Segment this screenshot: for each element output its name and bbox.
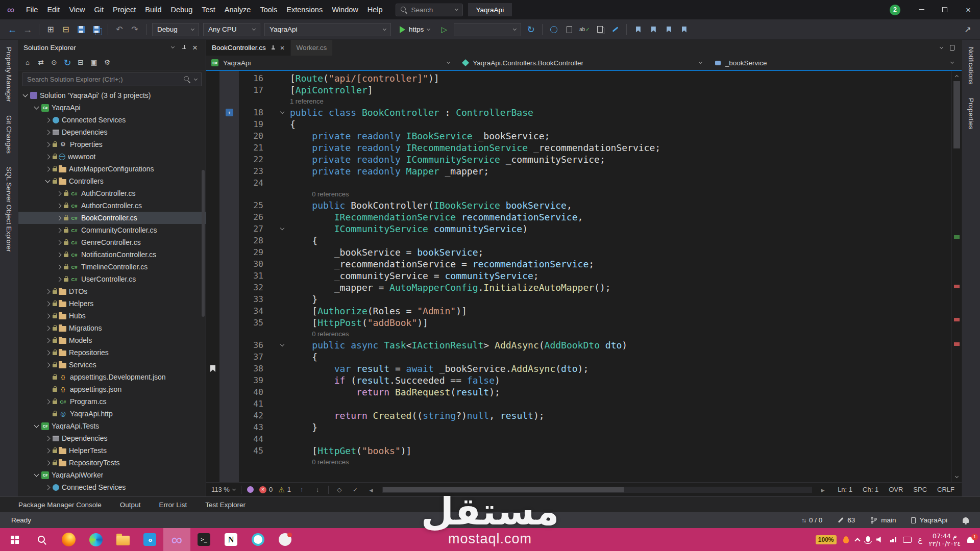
tree-item-program-cs[interactable]: C#Program.cs xyxy=(18,395,206,408)
previous-bookmark-icon[interactable] xyxy=(646,22,660,37)
refresh-icon[interactable] xyxy=(61,57,74,69)
spaces-indicator[interactable]: SPC xyxy=(913,486,927,493)
chevron-right-icon[interactable] xyxy=(45,154,51,159)
compare-files-icon[interactable] xyxy=(593,22,607,37)
chevron-right-icon[interactable] xyxy=(45,166,51,171)
collapse-all-icon[interactable] xyxy=(75,57,87,69)
chevron-right-icon[interactable] xyxy=(57,203,62,208)
editor-tab-worker-cs[interactable]: Worker.cs xyxy=(291,40,333,56)
send-feedback-icon[interactable] xyxy=(961,22,975,37)
pending-edits[interactable]: 63 xyxy=(838,516,855,524)
configuration-dropdown[interactable]: Debug xyxy=(152,23,199,36)
tree-item-automapperconfigurations[interactable]: AutoMapperConfigurations xyxy=(18,163,206,175)
panel-tab-output[interactable]: Output xyxy=(120,501,141,509)
tool-tab-property-manager[interactable]: Property Manager xyxy=(5,42,13,107)
chevron-down-icon[interactable] xyxy=(34,105,39,110)
menu-file[interactable]: File xyxy=(21,0,42,19)
touch-keyboard-icon[interactable] xyxy=(903,537,912,543)
tree-item-controllers[interactable]: Controllers xyxy=(18,175,206,187)
scroll-down-icon[interactable] xyxy=(952,473,962,481)
undo-icon[interactable] xyxy=(112,22,127,37)
save-all-icon[interactable] xyxy=(89,22,104,37)
sync-with-active-document-icon[interactable] xyxy=(48,57,60,69)
clock[interactable]: 07:44 م ٢٣/١٠/٢٠٢٤ xyxy=(929,532,961,547)
chevron-right-icon[interactable] xyxy=(45,142,51,147)
chevron-right-icon[interactable] xyxy=(57,252,62,257)
navigate-back-icon[interactable] xyxy=(5,22,19,37)
chevron-down-icon[interactable] xyxy=(34,472,39,477)
warning-count[interactable]: 1 xyxy=(278,486,291,493)
editor-tab-bookcontroller-cs[interactable]: BookController.cs× xyxy=(206,40,291,56)
menu-debug[interactable]: Debug xyxy=(166,0,197,19)
line-indicator[interactable]: Ln: 1 xyxy=(838,486,852,493)
menu-git[interactable]: Git xyxy=(90,0,109,19)
intellicode-icon[interactable] xyxy=(247,486,254,493)
solution-explorer-scrollbar[interactable] xyxy=(201,88,206,496)
breadcrumb-yaqraapi-controllers-bookcontroller[interactable]: YaqraApi.Controllers.BookController xyxy=(458,56,709,70)
taskbar-search[interactable] xyxy=(28,528,55,551)
menu-build[interactable]: Build xyxy=(140,0,166,19)
column-indicator[interactable]: Ch: 1 xyxy=(863,486,878,493)
chevron-right-icon[interactable] xyxy=(57,240,62,245)
browser-preview-icon[interactable] xyxy=(547,22,561,37)
tree-item-notificationcontroller-cs[interactable]: C#NotificationController.cs xyxy=(18,248,206,261)
tray-overflow-chevron-icon[interactable] xyxy=(854,538,860,543)
properties-icon[interactable] xyxy=(101,57,113,69)
network-tray-icon[interactable] xyxy=(890,537,896,542)
git-repository[interactable]: YaqraApi xyxy=(911,516,947,524)
menu-analyze[interactable]: Analyze xyxy=(220,0,256,19)
taskbar-vscode[interactable] xyxy=(136,528,163,551)
tree-item-wwwroot[interactable]: wwwroot xyxy=(18,151,206,163)
chevron-down-icon[interactable] xyxy=(23,92,28,97)
volume-tray-icon[interactable] xyxy=(876,537,884,543)
solution-explorer-search[interactable]: Search Solution Explorer (Ctrl+;) xyxy=(22,72,202,86)
tree-item-helpertests[interactable]: HelperTests xyxy=(18,444,206,457)
chevron-right-icon[interactable] xyxy=(45,313,51,318)
battery-percentage[interactable]: 100% xyxy=(816,535,837,544)
scroll-up-icon[interactable] xyxy=(952,72,962,80)
zoom-control[interactable]: 113 % xyxy=(211,486,235,493)
tool-tab-sql-server-object-explorer[interactable]: SQL Server Object Explorer xyxy=(5,162,13,257)
taskbar-file-explorer[interactable] xyxy=(109,528,136,551)
git-sync-status[interactable]: 0 / 0 xyxy=(801,516,822,524)
menu-project[interactable]: Project xyxy=(108,0,140,19)
chevron-right-icon[interactable] xyxy=(45,289,51,294)
open-file-icon[interactable] xyxy=(59,22,73,37)
taskbar-firefox[interactable] xyxy=(55,528,82,551)
maximize-button[interactable] xyxy=(933,0,957,19)
code-health-icon[interactable] xyxy=(350,485,360,495)
home-icon[interactable] xyxy=(21,57,34,69)
breadcrumb-bookservice[interactable]: _bookService xyxy=(710,56,962,70)
chevron-right-icon[interactable] xyxy=(57,228,62,233)
tree-item-dependencies[interactable]: Dependencies xyxy=(18,126,206,138)
menu-test[interactable]: Test xyxy=(197,0,220,19)
chevron-right-icon[interactable] xyxy=(57,264,62,269)
git-branch[interactable]: main xyxy=(870,516,896,524)
tree-item-yaqraapi-http[interactable]: @YaqraApi.http xyxy=(18,408,206,420)
scrollbar-thumb[interactable] xyxy=(953,81,960,148)
chevron-right-icon[interactable] xyxy=(45,301,51,306)
temperature-tray-icon[interactable] xyxy=(843,536,849,543)
script-document-icon[interactable] xyxy=(562,22,576,37)
save-icon[interactable] xyxy=(74,22,88,37)
document-list-chevron-icon[interactable] xyxy=(940,45,943,48)
spell-checker-icon[interactable] xyxy=(577,22,592,37)
close-button[interactable] xyxy=(957,0,980,19)
tree-item-timelinecontroller-cs[interactable]: C#TimelineController.cs xyxy=(18,261,206,273)
clear-bookmarks-icon[interactable] xyxy=(677,22,691,37)
next-bookmark-icon[interactable] xyxy=(662,22,676,37)
redo-icon[interactable] xyxy=(128,22,142,37)
overwrite-indicator[interactable]: OVR xyxy=(889,486,903,493)
chevron-right-icon[interactable] xyxy=(57,277,62,282)
tree-item-appsettings-json[interactable]: {}appsettings.json xyxy=(18,383,206,395)
target-dropdown[interactable] xyxy=(454,23,521,36)
notifications-button[interactable] xyxy=(963,517,969,523)
pin-panel-icon[interactable] xyxy=(178,42,189,53)
tree-item-migrations[interactable]: Migrations xyxy=(18,322,206,334)
error-count[interactable]: 0 xyxy=(259,486,273,493)
breadcrumb-yaqraapi[interactable]: C#YaqraApi xyxy=(206,56,458,70)
previous-issue-icon[interactable] xyxy=(297,485,307,495)
taskbar-chat-app[interactable] xyxy=(272,528,299,551)
chevron-right-icon[interactable] xyxy=(45,117,51,122)
chevron-right-icon[interactable] xyxy=(45,338,51,343)
